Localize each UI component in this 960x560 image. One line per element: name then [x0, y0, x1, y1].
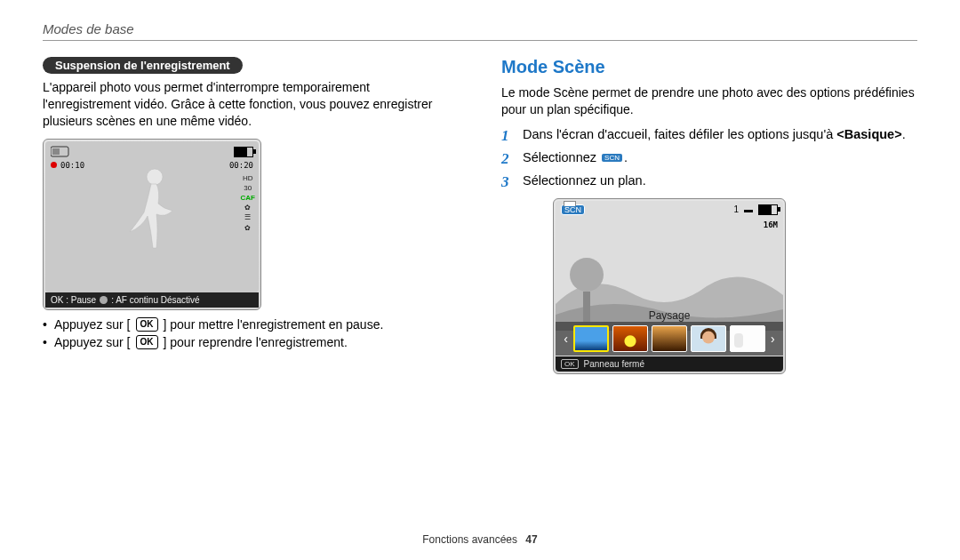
video-side-icons: HD30CAF ✿☰✿ [241, 173, 255, 233]
rec-indicator: 00:10 [51, 161, 84, 170]
footer-section: Fonctions avancées [422, 533, 517, 546]
right-column: Mode Scène Le mode Scène permet de prend… [501, 57, 917, 374]
page-number: 47 [525, 533, 537, 546]
shots-remaining: 1 [733, 204, 739, 214]
scn-badge-icon: SCN [561, 204, 585, 215]
bullet-pause: Appuyez sur [ OK ] pour mettre l'enregis… [43, 317, 459, 332]
page-footer: Fonctions avancées 47 [0, 533, 960, 546]
sd-card-icon: ▬ [744, 204, 753, 214]
scene-thumb-snow[interactable] [730, 325, 765, 352]
scene-lcd-footer: OK Panneau fermé [556, 356, 783, 372]
battery-icon [234, 147, 253, 157]
scroll-left-icon[interactable]: ‹ [562, 332, 570, 346]
step-1: 1 Dans l'écran d'accueil, faites défiler… [501, 127, 917, 145]
scene-thumb-dawn[interactable] [652, 325, 687, 352]
flower-icon [100, 296, 108, 304]
svg-rect-1 [52, 148, 60, 155]
footer-af-text: : AF continu Désactivé [111, 295, 200, 305]
ok-button-icon: OK [136, 317, 158, 332]
pause-instructions: Appuyez sur [ OK ] pour mettre l'enregis… [43, 317, 459, 349]
step-2: 2 Sélectionnez SCN. [501, 150, 917, 168]
bullet-resume: Appuyez sur [ OK ] pour reprendre l'enre… [43, 335, 459, 349]
scene-thumbnail-strip[interactable]: ‹ › [556, 322, 783, 356]
left-intro: L'appareil photo vous permet d'interromp… [43, 79, 459, 130]
dancer-silhouette-icon [121, 164, 183, 262]
scene-mode-heading: Mode Scène [501, 57, 917, 77]
scroll-right-icon[interactable]: › [769, 332, 777, 346]
footer-ok-text: OK : Pause [51, 295, 96, 305]
elapsed-time: 00:10 [60, 161, 84, 170]
video-lcd: 00:10 00:20 HD30CAF ✿☰✿ OK [43, 139, 261, 310]
scene-thumb-landscape[interactable] [573, 325, 609, 352]
scene-thumb-portrait[interactable] [691, 325, 726, 352]
scene-intro: Le mode Scène permet de prendre une phot… [501, 84, 917, 118]
ok-box-icon: OK [561, 359, 579, 369]
scene-name-label: Paysage [556, 309, 783, 322]
scene-thumb-sunset[interactable] [612, 325, 648, 352]
video-lcd-footer: OK : Pause : AF continu Désactivé [45, 292, 259, 308]
movie-mode-icon [51, 145, 70, 159]
left-column: Suspension de l'enregistrement L'apparei… [43, 57, 459, 374]
step-3: 3 Sélectionnez un plan. [501, 173, 917, 191]
battery-icon [758, 204, 778, 215]
scene-steps: 1 Dans l'écran d'accueil, faites défiler… [501, 127, 917, 191]
scn-mode-icon: SCN [602, 154, 622, 162]
resolution-label: 16M [764, 220, 778, 229]
panel-closed-label: Panneau fermé [584, 359, 644, 369]
scene-lcd: SCN 1 ▬ 16M Paysage ‹ [553, 198, 786, 374]
chapter-title: Modes de base [43, 21, 917, 36]
record-dot-icon [51, 162, 57, 168]
ok-button-icon: OK [136, 335, 158, 349]
svg-point-2 [147, 169, 163, 185]
divider [43, 40, 917, 41]
section-pill: Suspension de l'enregistrement [43, 57, 243, 74]
remaining-time: 00:20 [229, 161, 253, 170]
